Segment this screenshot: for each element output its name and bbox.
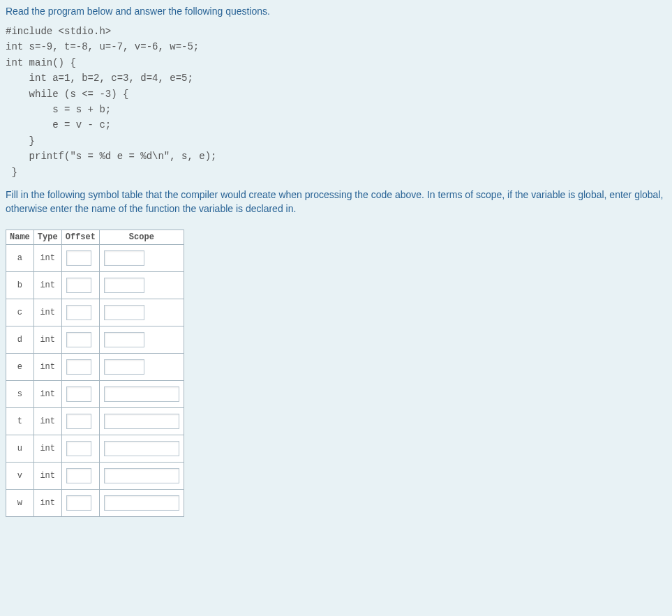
offset-input[interactable]: [66, 332, 91, 347]
scope-cell: [99, 381, 184, 408]
scope-cell: [99, 272, 184, 299]
type-cell: int: [33, 354, 61, 381]
scope-cell: [99, 463, 184, 490]
code-block: #include <stdio.h> int s=-9, t=-8, u=-7,…: [6, 24, 666, 180]
name-cell: t: [6, 408, 34, 435]
offset-input[interactable]: [66, 386, 91, 402]
scope-input[interactable]: [104, 332, 144, 347]
scope-cell: [99, 299, 184, 326]
offset-cell: [61, 245, 99, 272]
offset-input[interactable]: [66, 441, 91, 456]
offset-input[interactable]: [66, 359, 91, 375]
scope-input[interactable]: [104, 414, 179, 429]
name-cell: u: [6, 435, 34, 463]
table-row: wint: [6, 490, 184, 517]
type-cell: int: [33, 245, 61, 272]
offset-cell: [61, 354, 99, 381]
scope-input[interactable]: [104, 495, 179, 511]
table-row: sint: [6, 381, 184, 408]
name-cell: w: [6, 490, 34, 517]
type-cell: int: [33, 408, 61, 435]
symbol-table: Name Type Offset Scope aintbintcintdinte…: [6, 230, 184, 517]
offset-cell: [61, 435, 99, 463]
offset-cell: [61, 326, 99, 354]
type-cell: int: [33, 490, 61, 517]
instructions-text: Fill in the following symbol table that …: [6, 188, 666, 216]
table-row: aint: [6, 245, 184, 272]
scope-cell: [99, 245, 184, 272]
offset-cell: [61, 490, 99, 517]
table-row: cint: [6, 299, 184, 326]
header-name: Name: [6, 230, 34, 245]
table-row: dint: [6, 326, 184, 354]
offset-input[interactable]: [66, 468, 91, 483]
offset-input[interactable]: [66, 495, 91, 511]
scope-input[interactable]: [104, 386, 179, 402]
type-cell: int: [33, 299, 61, 326]
type-cell: int: [33, 463, 61, 490]
table-row: bint: [6, 272, 184, 299]
scope-input[interactable]: [104, 278, 144, 293]
scope-cell: [99, 435, 184, 463]
offset-input[interactable]: [66, 414, 91, 429]
offset-cell: [61, 272, 99, 299]
scope-input[interactable]: [104, 359, 144, 375]
name-cell: d: [6, 326, 34, 354]
table-header-row: Name Type Offset Scope: [6, 230, 184, 245]
type-cell: int: [33, 326, 61, 354]
scope-cell: [99, 354, 184, 381]
name-cell: c: [6, 299, 34, 326]
header-type: Type: [33, 230, 61, 245]
table-row: tint: [6, 408, 184, 435]
table-row: eint: [6, 354, 184, 381]
offset-cell: [61, 299, 99, 326]
offset-cell: [61, 408, 99, 435]
type-cell: int: [33, 435, 61, 463]
scope-cell: [99, 490, 184, 517]
name-cell: e: [6, 354, 34, 381]
offset-cell: [61, 381, 99, 408]
scope-input[interactable]: [104, 441, 179, 456]
intro-text: Read the program below and answer the fo…: [6, 6, 666, 17]
scope-input[interactable]: [104, 305, 144, 320]
scope-input[interactable]: [104, 468, 179, 483]
type-cell: int: [33, 381, 61, 408]
header-offset: Offset: [61, 230, 99, 245]
scope-input[interactable]: [104, 250, 144, 266]
scope-cell: [99, 408, 184, 435]
name-cell: b: [6, 272, 34, 299]
offset-input[interactable]: [66, 305, 91, 320]
name-cell: s: [6, 381, 34, 408]
offset-input[interactable]: [66, 278, 91, 293]
name-cell: a: [6, 245, 34, 272]
table-row: uint: [6, 435, 184, 463]
offset-input[interactable]: [66, 250, 91, 266]
table-row: vint: [6, 463, 184, 490]
name-cell: v: [6, 463, 34, 490]
offset-cell: [61, 463, 99, 490]
type-cell: int: [33, 272, 61, 299]
header-scope: Scope: [99, 230, 184, 245]
scope-cell: [99, 326, 184, 354]
